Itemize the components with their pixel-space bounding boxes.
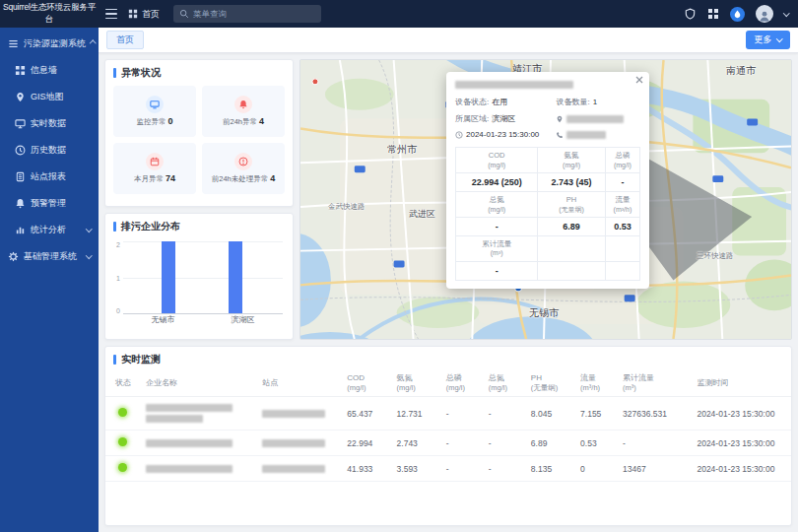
status-tiles: 监控异常0 前24h异常4 本月异常74 — [105, 84, 293, 202]
sidebar-item-label: 基础管理系统 — [24, 250, 77, 263]
apps-grid-icon[interactable] — [707, 8, 719, 20]
sidebar-item-label: 历史数据 — [31, 144, 66, 157]
sidebar-item-alert-management[interactable]: 预警管理 — [0, 190, 99, 217]
cell-tp: - — [441, 397, 484, 431]
cell-tn: - — [484, 397, 526, 431]
col-unit: (m³) — [623, 383, 687, 393]
status-ok-dot — [118, 437, 127, 446]
user-menu-chevron-icon[interactable] — [783, 10, 789, 16]
cell-flow: 7.155 — [575, 397, 618, 431]
col-header: 状态 — [110, 378, 136, 388]
cell-ph: 8.045 — [526, 397, 575, 431]
cell-tp: - — [441, 431, 484, 456]
more-button[interactable]: 更多 — [746, 31, 791, 49]
map[interactable]: 靖江市 南通市 常州市 无锡市 武进区 金武快速路 三环快速路 设备状态:在用 … — [299, 59, 792, 340]
tile-label: 前24h异常 — [223, 117, 257, 126]
col-header: COD — [347, 373, 386, 383]
metric-unit: (mg/l) — [540, 161, 602, 169]
table-row[interactable]: 22.994 2.743 - - 6.89 0.53 - 2024-01-23 … — [105, 431, 791, 456]
col-header: 氨氮 — [397, 373, 436, 383]
device-count-label: 设备数量: — [556, 97, 589, 107]
monitor-icon — [146, 96, 164, 113]
breadcrumb[interactable]: 首页 — [128, 8, 160, 21]
tab-bar: 首页 更多 — [99, 28, 798, 53]
device-count-value: 1 — [593, 98, 597, 106]
sidebar-item-label: 统计分析 — [31, 224, 66, 236]
redacted-company-name — [146, 465, 233, 473]
sidebar-item-label: GIS地图 — [31, 91, 64, 103]
col-header: 站点 — [262, 378, 337, 388]
metric-name: 累计流量 — [458, 239, 535, 249]
sidebar-item-label: 预警管理 — [31, 197, 66, 210]
sidebar-item-statistics[interactable]: 统计分析 — [0, 217, 99, 243]
metric-name: 总氮 — [458, 195, 535, 205]
cell-cod: 22.994 — [342, 431, 391, 456]
user-avatar[interactable] — [756, 5, 773, 23]
tile-value: 4 — [259, 116, 264, 126]
shield-icon[interactable] — [684, 8, 697, 21]
device-status-value: 在用 — [492, 97, 507, 107]
table-row[interactable]: 41.933 3.593 - - 8.135 0 13467 2024-01-2… — [105, 456, 791, 482]
sidebar-item-site-report[interactable]: 站点报表 — [0, 164, 99, 190]
phone-icon — [556, 131, 564, 139]
tile-label: 本月异常 — [134, 174, 164, 183]
menu-toggle-icon[interactable] — [99, 0, 124, 28]
tab-home[interactable]: 首页 — [106, 31, 144, 49]
more-button-label: 更多 — [755, 33, 772, 46]
metric-value: 2.743 (45) — [538, 172, 605, 191]
map-label-district: 武进区 — [409, 208, 435, 221]
metric-name: 总磷 — [608, 151, 637, 161]
close-icon[interactable] — [635, 76, 643, 84]
map-label-city: 无锡市 — [529, 306, 559, 320]
search-input[interactable] — [193, 9, 315, 19]
water-drop-logo-icon[interactable] — [730, 7, 745, 22]
platform-logo: Squirrel生态环境云服务平台 — [0, 2, 99, 26]
sidebar-item-info-wall[interactable]: 信息墙 — [0, 57, 99, 84]
cell-nh3n: 3.593 — [392, 456, 441, 482]
tile-value: 74 — [166, 173, 175, 183]
cell-cod: 65.437 — [342, 397, 391, 431]
sidebar-item-realtime-data[interactable]: 实时数据 — [0, 110, 99, 137]
menu-search — [173, 5, 321, 23]
search-icon — [179, 9, 189, 19]
metric-name: COD — [458, 151, 535, 161]
sidebar-item-history-data[interactable]: 历史数据 — [0, 137, 99, 164]
cell-flow: 0 — [575, 456, 618, 482]
col-unit: (无量纲) — [531, 383, 570, 393]
redacted-site-name — [262, 465, 325, 473]
tile-label: 监控异常 — [136, 117, 166, 126]
redacted-company-name — [146, 404, 233, 412]
topbar: Squirrel生态环境云服务平台 首页 — [0, 0, 798, 28]
device-status-label: 设备状态: — [455, 97, 489, 107]
realtime-monitor-table: 状态 企业名称 站点 COD(mg/l) 氨氮(mg/l) 总磷(mg/l) 总… — [105, 370, 791, 482]
clock-icon — [455, 131, 463, 139]
chart-title: 排污企业分布 — [121, 220, 180, 233]
metric-name: 氨氮 — [540, 151, 602, 161]
redacted-site-name — [262, 410, 325, 418]
card-title: 排污企业分布 — [105, 214, 293, 237]
metric-unit: (m³) — [458, 248, 535, 257]
sidebar-item-pollution-monitor-system[interactable]: 污染源监测系统 — [0, 31, 99, 57]
gridline — [123, 278, 283, 279]
breadcrumb-home-label: 首页 — [142, 8, 160, 21]
col-header: 企业名称 — [146, 378, 252, 388]
app-root: Squirrel生态环境云服务平台 首页 — [0, 0, 798, 532]
metric-name: 流量 — [608, 195, 637, 205]
region-label: 所属区域: — [455, 113, 489, 124]
cell-tp: - — [441, 456, 484, 482]
title-accent-bar — [113, 68, 116, 78]
col-header: 总氮 — [489, 373, 521, 383]
metric-unit: (mg/l) — [458, 205, 535, 214]
sidebar-item-label: 污染源监测系统 — [24, 37, 86, 50]
abnormal-status-title: 异常状况 — [121, 66, 161, 80]
sidebar-item-base-management-system[interactable]: 基础管理系统 — [0, 243, 99, 270]
popup-timestamp: 2024-01-23 15:30:00 — [466, 130, 539, 139]
sidebar-item-label: 实时数据 — [31, 117, 66, 130]
cell-ph: 6.89 — [526, 431, 575, 456]
sidebar-item-gis-map[interactable]: GIS地图 — [0, 84, 99, 110]
topbar-actions — [684, 5, 798, 23]
stat-tile-24h-abnormal: 前24h异常4 — [202, 86, 285, 137]
cell-total-flow: 327636.531 — [618, 397, 692, 431]
tile-value: 4 — [270, 173, 275, 183]
table-row[interactable]: 65.437 12.731 - - 8.045 7.155 327636.531… — [105, 397, 791, 431]
